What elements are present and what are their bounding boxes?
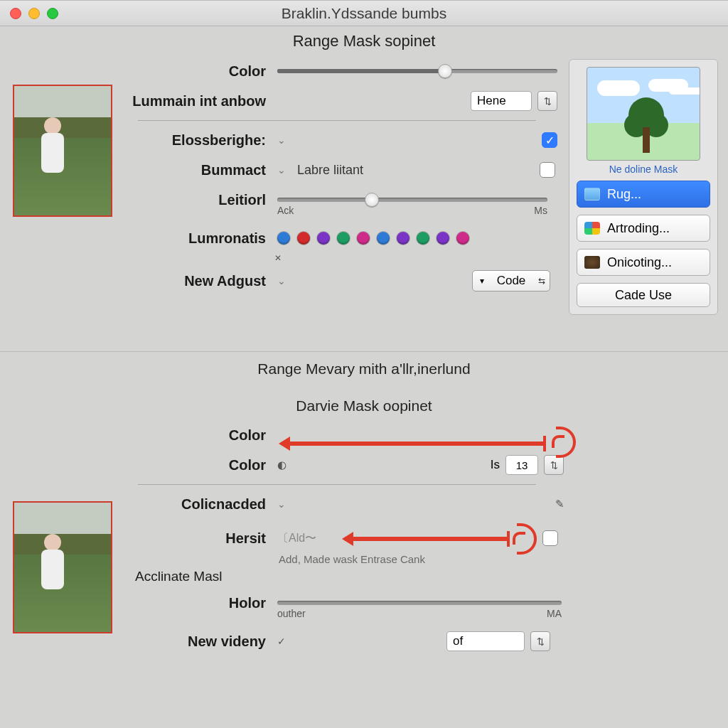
label-acclinate: Acclinate Masl (135, 569, 227, 584)
panel-heading: Darvie Mask oopinet (0, 382, 728, 417)
label-bummact: Bummact (121, 162, 270, 178)
color-swatches[interactable] (277, 232, 469, 245)
row-bummact: Bummact ⌄ Labre liitant (121, 155, 557, 185)
divider (138, 484, 536, 485)
sidebar-item-onicoting[interactable]: Onicoting... (577, 249, 710, 276)
slider-min-label: outher (277, 608, 306, 619)
disclosure-icon[interactable]: ⌄ (277, 498, 287, 510)
info-icon[interactable]: ◐ (277, 459, 287, 471)
sidebar-item-label: Rug... (607, 187, 641, 202)
annotation-arrow (282, 441, 545, 446)
window-traffic-lights (0, 8, 58, 19)
row-eloss: Elossberighe: ⌄ ✓ (121, 125, 557, 155)
annotation-arrow (345, 537, 508, 541)
thumbnail-column (0, 417, 121, 633)
label-color-b: Color (121, 457, 270, 473)
panel-range-mevary: Range Mevary mith a'llr,inerlund Darvie … (0, 351, 728, 728)
color-swatch[interactable] (317, 232, 330, 245)
panel-range-mask: Braklin.Ydssande bumbs Range Mask sopine… (0, 0, 728, 351)
check-icon: ✓ (277, 636, 287, 647)
preset-sidebar: Ne doline Mask Rug... Artroding... Onico… (569, 59, 718, 315)
newvidery-input[interactable]: of (446, 631, 525, 651)
zoom-button[interactable] (47, 8, 58, 19)
row-color: Color (121, 56, 557, 86)
divider (138, 120, 536, 121)
color-swatch[interactable] (357, 232, 370, 245)
color-swatch[interactable] (437, 232, 449, 245)
disclosure-icon[interactable]: ⌄ (277, 275, 287, 287)
slider-max-label: MA (547, 608, 562, 619)
color-swatch[interactable] (397, 232, 410, 245)
preset-caption: Ne doline Mask (577, 164, 710, 175)
sidebar-item-artroding[interactable]: Artroding... (577, 215, 710, 242)
color-swatch[interactable] (456, 232, 469, 245)
label-hersit: Hersit (121, 530, 270, 547)
sepia-icon (584, 256, 600, 269)
hersit-help-text: Add, Made wask Entrase Cank (279, 553, 607, 565)
landscape-icon (584, 188, 600, 200)
image-thumbnail[interactable] (13, 501, 112, 633)
color-swatch[interactable] (377, 232, 390, 245)
sidebar-item-rug[interactable]: Rug... (577, 181, 710, 208)
dropdown-caret-icon: ⇆ (538, 276, 545, 286)
color-value-input[interactable]: 13 (505, 455, 538, 475)
color-is-label: Is (491, 458, 500, 472)
bummact-checkbox[interactable] (540, 162, 555, 178)
lummain-stepper[interactable]: ⇅ (537, 91, 557, 111)
image-thumbnail[interactable] (13, 85, 112, 217)
row-color-b: Color ◐ Is 13 ⇅ (121, 450, 607, 480)
lummain-input[interactable]: Hene (471, 91, 532, 111)
settings-column: Color Color ◐ Is 13 ⇅ Colicnacded (121, 417, 728, 656)
minimize-button[interactable] (28, 8, 40, 19)
palette-icon (584, 222, 600, 235)
color-swatch[interactable] (337, 232, 350, 245)
label-leitiorl: Leitiorl (121, 192, 270, 208)
label-lumronatis: Lumronatis (121, 230, 270, 247)
preset-preview[interactable] (587, 67, 700, 161)
color-swatch[interactable] (277, 232, 290, 245)
color-swatch[interactable] (297, 232, 310, 245)
titlebar[interactable]: Braklin.Ydssande bumbs (0, 1, 728, 26)
row-hersit: Hersit 〔Ald〜 (121, 523, 607, 553)
leitiorl-slider[interactable]: Ack Ms (277, 193, 547, 206)
label-newvidery: New videny (121, 633, 270, 650)
disclosure-icon[interactable]: ⌄ (277, 134, 287, 146)
bummact-inline-text: Labre liitant (297, 163, 363, 178)
row-leitiorl: Leitiorl Ack Ms (121, 185, 557, 215)
color-slider[interactable] (277, 65, 557, 77)
row-newvidery: New videny ✓ of ⇅ (121, 626, 607, 656)
sidebar-item-label: Artroding... (607, 221, 670, 236)
label-eloss: Elossberighe: (121, 132, 270, 149)
disclosure-icon[interactable]: ⌄ (277, 164, 287, 176)
label-newadjust: New Adgust (121, 273, 270, 289)
eloss-checkbox[interactable]: ✓ (542, 132, 557, 148)
color-swatch[interactable] (417, 232, 429, 245)
row-color-a: Color (121, 420, 607, 450)
label-color: Color (121, 63, 270, 80)
panel-heading: Range Mask sopinet (0, 26, 728, 53)
label-holor: Holor (121, 595, 270, 611)
row-lummain: Lummain int anbow Hene ⇅ (121, 86, 557, 116)
row-newadjust: New Adgust ⌄ ▾ Code ⇆ (121, 266, 557, 296)
dropdown-value: Code (497, 274, 526, 288)
window-title: Braklin.Ydssande bumbs (0, 5, 728, 22)
panel-title: Range Mevary mith a'llr,inerlund (0, 352, 728, 382)
hersit-inline-text: 〔Ald〜 (277, 531, 316, 546)
hersit-checkbox[interactable] (542, 530, 558, 546)
color-stepper[interactable]: ⇅ (544, 455, 564, 475)
slider-min-label: Ack (277, 205, 294, 216)
pencil-icon[interactable]: ✎ (555, 498, 564, 510)
swatch-caption: ✕ (274, 253, 557, 263)
label-lummain: Lummain int anbow (121, 93, 270, 109)
holor-slider[interactable]: outher MA (277, 596, 562, 609)
settings-column: Color Lummain int anbow Hene ⇅ (121, 53, 563, 296)
cade-use-button[interactable]: Cade Use (577, 283, 710, 307)
annotation-brace-icon (517, 523, 537, 555)
row-colicnacded: Colicnacded ⌄ ✎ (121, 489, 607, 519)
close-button[interactable] (10, 8, 21, 19)
newadjust-dropdown[interactable]: ▾ Code ⇆ (472, 270, 550, 291)
label-colicnacded: Colicnacded (121, 496, 270, 513)
thumbnail-column (0, 53, 121, 217)
newvidery-stepper[interactable]: ⇅ (530, 631, 550, 651)
row-holor: Holor outher MA (121, 588, 607, 618)
